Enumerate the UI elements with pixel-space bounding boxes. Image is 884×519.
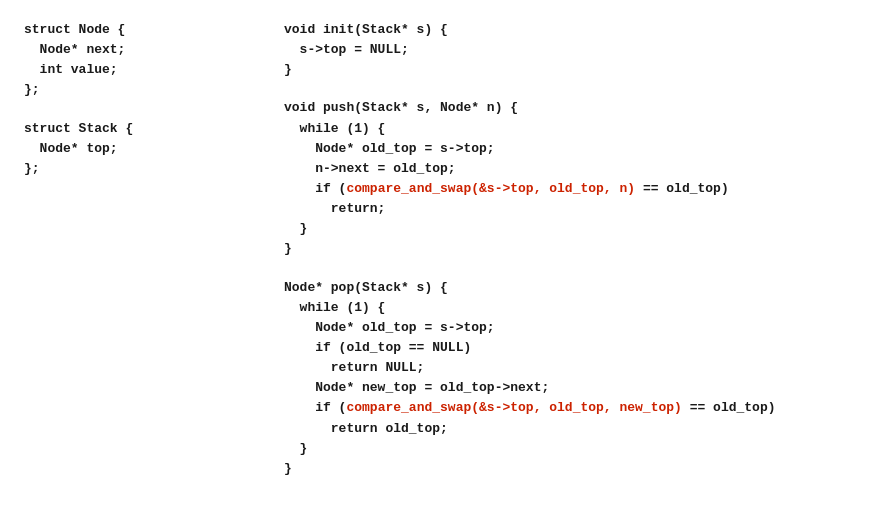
code-line: return;	[284, 199, 860, 219]
left-column: struct Node { Node* next; int value; }; …	[24, 20, 284, 497]
code-line: return NULL;	[284, 358, 860, 378]
code-line-mixed: if (compare_and_swap(&s->top, old_top, n…	[284, 179, 860, 199]
code-line: Node* old_top = s->top;	[284, 318, 860, 338]
code-line: Node* pop(Stack* s) {	[284, 278, 860, 298]
code-line: };	[24, 80, 274, 100]
code-line: }	[284, 60, 860, 80]
code-line: s->top = NULL;	[284, 40, 860, 60]
code-line: }	[284, 459, 860, 479]
code-line: }	[284, 439, 860, 459]
code-line: }	[284, 219, 860, 239]
push-fn-block: void push(Stack* s, Node* n) { while (1)…	[284, 98, 860, 259]
code-line: void init(Stack* s) {	[284, 20, 860, 40]
code-line-mixed-2: if (compare_and_swap(&s->top, old_top, n…	[284, 398, 860, 418]
struct-stack-block: struct Stack { Node* top; };	[24, 119, 274, 179]
code-line: struct Node {	[24, 20, 274, 40]
code-line: if (old_top == NULL)	[284, 338, 860, 358]
code-line: Node* new_top = old_top->next;	[284, 378, 860, 398]
code-line: return old_top;	[284, 419, 860, 439]
code-line: int value;	[24, 60, 274, 80]
code-line: while (1) {	[284, 298, 860, 318]
struct-node-block: struct Node { Node* next; int value; };	[24, 20, 274, 101]
code-line: Node* next;	[24, 40, 274, 60]
code-line: n->next = old_top;	[284, 159, 860, 179]
code-line: void push(Stack* s, Node* n) {	[284, 98, 860, 118]
code-line: Node* old_top = s->top;	[284, 139, 860, 159]
code-line: while (1) {	[284, 119, 860, 139]
code-container: struct Node { Node* next; int value; }; …	[24, 20, 860, 497]
code-line: struct Stack {	[24, 119, 274, 139]
code-line: }	[284, 239, 860, 259]
code-line: Node* top;	[24, 139, 274, 159]
cas-call-2: compare_and_swap(&s->top, old_top, new_t…	[346, 400, 681, 415]
pop-fn-block: Node* pop(Stack* s) { while (1) { Node* …	[284, 278, 860, 479]
code-line: };	[24, 159, 274, 179]
init-fn-block: void init(Stack* s) { s->top = NULL; }	[284, 20, 860, 80]
cas-call: compare_and_swap(&s->top, old_top, n)	[346, 181, 635, 196]
right-column: void init(Stack* s) { s->top = NULL; } v…	[284, 20, 860, 497]
